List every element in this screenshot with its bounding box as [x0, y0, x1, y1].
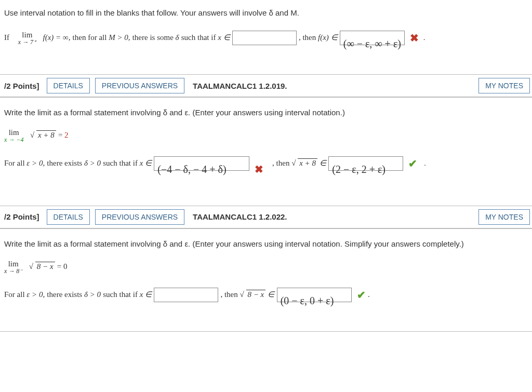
radicand2: x + 8: [298, 158, 317, 167]
question-ref: TAALMANCALC1 1.2.022.: [190, 212, 290, 221]
q3-statement: For all ε > 0, there exists δ > 0 such t…: [3, 279, 529, 310]
my-notes-button[interactable]: MY NOTES: [478, 209, 530, 225]
eq: =: [57, 262, 63, 271]
q1-instruction: Use interval notation to fill in the bla…: [3, 5, 529, 22]
lim-sub: x → 7⁺: [18, 39, 36, 45]
txt-suchthat: such that if: [181, 33, 218, 42]
there-exists: there exists: [47, 159, 84, 167]
such-that: such that if: [103, 159, 139, 167]
radicand2: 8 − x: [246, 290, 266, 299]
lim-fx: f(x) = ∞,: [43, 33, 71, 42]
forall: For all: [4, 159, 26, 167]
limit-expr: lim x → 7⁺: [18, 31, 36, 45]
question-2-header: /2 Points] DETAILS PREVIOUS ANSWERS TAAL…: [0, 74, 532, 97]
lim-sub: x → 8⁻: [4, 268, 22, 274]
q3-answer-1[interactable]: [154, 288, 218, 302]
question-ref: TAALMANCALC1 1.2.019.: [190, 82, 290, 90]
if-label: If: [4, 33, 9, 42]
fx-in: f(x) ∈: [318, 33, 338, 42]
q3-instruction: Write the limit as a formal statement in…: [3, 236, 529, 253]
q2-answer-1[interactable]: (−4 − δ, − 4 + δ): [154, 156, 249, 171]
there-exists: there exists: [47, 290, 84, 299]
x-in: x ∈: [218, 33, 230, 42]
previous-answers-button[interactable]: PREVIOUS ANSWERS: [95, 209, 184, 225]
question-3: Write the limit as a formal statement in…: [0, 228, 532, 331]
delta-gt-0: δ > 0: [84, 290, 101, 299]
wrong-icon: ✖: [251, 164, 263, 175]
check-icon: ✔: [354, 289, 366, 301]
question-1: Use interval notation to fill in the bla…: [0, 0, 532, 74]
details-button[interactable]: DETAILS: [47, 78, 90, 93]
txt-thereis: there is some: [132, 33, 176, 42]
q1-answer-2[interactable]: (∞ − ε, ∞ + ε): [340, 31, 405, 45]
forall: For all: [4, 290, 26, 299]
comma-then: , then: [299, 33, 318, 42]
q1-answer-1[interactable]: [232, 31, 297, 45]
lim-label: lim: [18, 31, 36, 39]
details-button[interactable]: DETAILS: [47, 209, 90, 225]
q2-instruction: Write the limit as a formal statement in…: [3, 105, 529, 122]
q3-limit: lim x → 8⁻ 8 − x = 0: [3, 253, 529, 279]
period: .: [368, 290, 370, 299]
lim-label: lim: [4, 260, 22, 268]
radicand: 8 − x: [35, 262, 55, 271]
delta-sym: δ: [176, 33, 179, 42]
question-3-header: /2 Points] DETAILS PREVIOUS ANSWERS TAAL…: [0, 206, 532, 228]
in-sym: ∈: [320, 159, 326, 167]
points-label: /2 Points]: [2, 212, 42, 221]
sqrt-expr: 8 − x: [29, 258, 55, 275]
lim-label: lim: [4, 129, 23, 137]
wrong-icon: ✖: [407, 32, 419, 44]
eps-gt-0: ε > 0,: [26, 159, 45, 167]
comma-then: , then: [220, 290, 240, 299]
previous-answers-button[interactable]: PREVIOUS ANSWERS: [95, 78, 184, 93]
limit-expr: lim x → −4: [4, 129, 23, 143]
bottom-border: [0, 331, 532, 332]
radicand: x + 8: [36, 130, 56, 139]
sqrt-expr: x + 8: [30, 127, 56, 144]
m-gt-0: M > 0,: [109, 33, 130, 42]
q2-limit: lim x → −4 x + 8 = 2: [3, 122, 529, 148]
x-in: x ∈: [140, 290, 152, 299]
rhs: 2: [64, 131, 69, 139]
such-that: such that if: [103, 290, 139, 299]
my-notes-button[interactable]: MY NOTES: [478, 78, 530, 93]
sqrt-expr-2: x + 8: [291, 155, 317, 172]
q1-statement: If lim x → 7⁺ f(x) = ∞, then for all M >…: [3, 22, 529, 53]
x-in: x ∈: [140, 159, 152, 167]
comma-then: , then: [272, 159, 291, 167]
sqrt-expr-2: 8 − x: [240, 286, 266, 303]
lim-sub: x → −4: [4, 137, 23, 143]
q2-statement: For all ε > 0, there exists δ > 0 such t…: [3, 148, 529, 185]
in-sym: ∈: [268, 290, 274, 299]
rhs: 0: [63, 262, 68, 271]
question-2: Write the limit as a formal statement in…: [0, 97, 532, 206]
q2-answer-2[interactable]: (2 − ε, 2 + ε): [328, 156, 403, 171]
q3-answer-2[interactable]: (0 − ε, 0 + ε): [277, 288, 352, 302]
points-label: /2 Points]: [2, 82, 42, 90]
delta-gt-0: δ > 0: [84, 159, 101, 167]
eq: =: [58, 131, 64, 139]
limit-expr: lim x → 8⁻: [4, 260, 22, 274]
txt-thenforall: then for all: [73, 33, 109, 42]
eps-gt-0: ε > 0,: [26, 290, 45, 299]
check-icon: ✔: [405, 158, 417, 169]
